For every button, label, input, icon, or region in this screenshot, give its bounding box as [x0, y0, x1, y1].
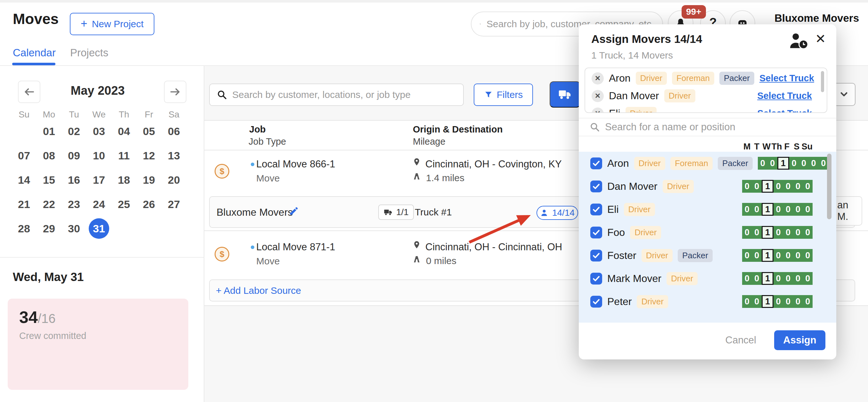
- availability-cell: 0: [752, 295, 762, 308]
- availability-cell: 0: [793, 180, 803, 193]
- job-type: Move: [256, 173, 280, 184]
- role-chip: Driver: [664, 89, 695, 102]
- calendar-date[interactable]: 21: [11, 192, 36, 216]
- calendar-date-label: 07: [14, 145, 34, 166]
- calendar-date[interactable]: 22: [36, 192, 62, 216]
- mover-row: FooDriver0010000: [579, 221, 836, 244]
- mover-checkbox[interactable]: [590, 204, 602, 215]
- availability-cell: 0: [742, 226, 752, 239]
- company-name: Bluxome Movers: [766, 12, 859, 24]
- calendar-date[interactable]: 07: [11, 143, 36, 168]
- truck-view-button[interactable]: [550, 81, 580, 107]
- calendar-date[interactable]: 02: [62, 119, 87, 143]
- jobs-search-input[interactable]: Search by customer, locations, or job ty…: [209, 83, 464, 106]
- calendar-date[interactable]: 23: [62, 192, 87, 216]
- calendar-date[interactable]: 27: [161, 192, 186, 216]
- calendar-date[interactable]: 28: [11, 216, 36, 241]
- calendar-date[interactable]: 18: [112, 168, 136, 192]
- person-clock-icon[interactable]: [789, 32, 809, 49]
- dollar-glyph: $: [220, 166, 224, 176]
- mover-checkbox[interactable]: [590, 296, 602, 308]
- select-truck-link[interactable]: Select Truck: [757, 108, 812, 113]
- mover-checkbox[interactable]: [590, 180, 602, 192]
- availability-cell: 0: [774, 272, 783, 285]
- calendar-date-label: 09: [64, 145, 84, 166]
- filters-button[interactable]: Filters: [474, 83, 533, 106]
- calendar-date[interactable]: 17: [87, 168, 112, 192]
- cancel-button[interactable]: Cancel: [725, 334, 756, 346]
- calendar-date-label: 10: [89, 145, 109, 166]
- select-truck-link[interactable]: Select Truck: [760, 73, 814, 83]
- assigned-mover-row: ✕EliDriverSelect Truck: [592, 105, 812, 113]
- calendar-date[interactable]: 30: [62, 216, 87, 241]
- assign-button[interactable]: Assign: [774, 330, 826, 350]
- calendar-date-label: 01: [39, 121, 59, 141]
- assigned-list-scrollbar[interactable]: [821, 71, 824, 92]
- assigned-list: ✕AronDriverForemanPackerSelect Truck✕Dan…: [585, 68, 827, 113]
- calendar-date[interactable]: 08: [36, 143, 62, 168]
- calendar-date[interactable]: 29: [36, 216, 62, 241]
- mover-checkbox[interactable]: [590, 227, 602, 238]
- arrow-left-icon: [23, 86, 36, 98]
- availability-cell: 0: [752, 203, 762, 216]
- calendar-date[interactable]: 11: [112, 143, 136, 168]
- edit-pencil-icon[interactable]: [289, 206, 299, 216]
- new-project-button[interactable]: + New Project: [70, 13, 154, 35]
- calendar-date[interactable]: 04: [112, 119, 136, 143]
- calendar-date[interactable]: 05: [136, 119, 161, 143]
- calendar-date[interactable]: 12: [136, 143, 161, 168]
- calendar-date[interactable]: 16: [62, 168, 87, 192]
- job-type: Move: [256, 256, 280, 267]
- calendar-date[interactable]: 19: [136, 168, 161, 192]
- calendar-date[interactable]: 31: [87, 216, 112, 241]
- tab-calendar[interactable]: Calendar: [13, 47, 56, 59]
- calendar-date[interactable]: 01: [36, 119, 62, 143]
- mover-name: Eli: [607, 204, 619, 215]
- calendar-date-label: 25: [114, 194, 134, 214]
- remove-mover-button[interactable]: ✕: [592, 107, 604, 113]
- availability-cell: 0: [789, 157, 799, 170]
- calendar-date[interactable]: 15: [36, 168, 62, 192]
- mover-name: Foster: [607, 249, 637, 262]
- job-name[interactable]: Local Move 866-1: [256, 159, 335, 170]
- calendar-date-label: 30: [64, 218, 84, 239]
- calendar-date-label: 18: [114, 170, 134, 190]
- truck-count: 1/1: [396, 207, 409, 217]
- calendar-date[interactable]: 24: [87, 192, 112, 216]
- availability-bar: 0010000: [742, 272, 813, 285]
- calendar-date[interactable]: 14: [11, 168, 36, 192]
- calendar-date[interactable]: 09: [62, 143, 87, 168]
- availability-cell: 0: [752, 226, 762, 239]
- availability-cell: 0: [752, 180, 762, 193]
- remove-mover-button[interactable]: ✕: [592, 90, 604, 102]
- availability-cell: 0: [803, 226, 813, 239]
- prev-month-button[interactable]: [18, 81, 40, 103]
- calendar-date[interactable]: 03: [87, 119, 112, 143]
- calendar-date[interactable]: 10: [87, 143, 112, 168]
- close-icon[interactable]: ✕: [815, 31, 826, 46]
- calendar-date[interactable]: 26: [136, 192, 161, 216]
- availability-cell: 0: [768, 157, 777, 170]
- column-header-job-type: Job Type: [249, 136, 286, 147]
- availability-cell: 0: [774, 180, 783, 193]
- calendar-date[interactable]: 25: [112, 192, 136, 216]
- crew-committed-caption: Crew committed: [19, 331, 188, 341]
- next-month-button[interactable]: [164, 81, 186, 103]
- job-name[interactable]: Local Move 871-1: [256, 241, 335, 253]
- mover-checkbox[interactable]: [590, 273, 602, 284]
- calendar-date[interactable]: 13: [161, 143, 186, 168]
- remove-mover-button[interactable]: ✕: [592, 72, 604, 85]
- availability-cell: 0: [752, 272, 762, 285]
- calendar-date[interactable]: 20: [161, 168, 186, 192]
- mover-search-input[interactable]: Search for a name or position: [579, 118, 836, 136]
- mover-checkbox[interactable]: [590, 249, 602, 262]
- truck-count-chip[interactable]: 1/1: [378, 204, 414, 220]
- mover-name: Peter: [607, 296, 631, 308]
- mover-list-scrollbar[interactable]: [827, 154, 832, 219]
- mover-checkbox[interactable]: [590, 158, 602, 169]
- select-truck-link[interactable]: Select Truck: [757, 91, 812, 101]
- calendar-date[interactable]: 06: [161, 119, 186, 143]
- mover-name: Foo: [607, 227, 625, 238]
- check-icon: [592, 205, 600, 214]
- tab-projects[interactable]: Projects: [70, 47, 108, 59]
